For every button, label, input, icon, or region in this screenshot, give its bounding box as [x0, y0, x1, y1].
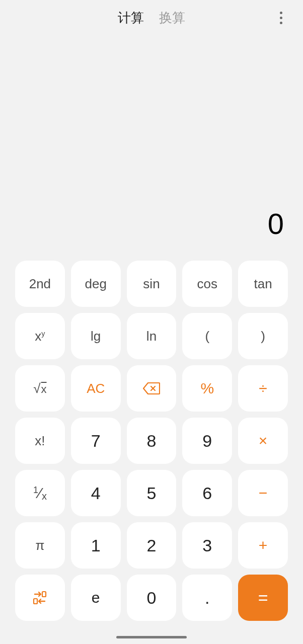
key-plus[interactable]: +	[238, 522, 288, 569]
more-icon	[280, 12, 282, 24]
key-sqrt[interactable]: √x	[15, 365, 65, 412]
key-5[interactable]: 5	[127, 470, 177, 516]
key-percent[interactable]: %	[182, 365, 232, 412]
key-equals[interactable]: =	[238, 575, 288, 621]
key-x-power-y[interactable]: xy	[15, 313, 65, 359]
key-2[interactable]: 2	[127, 522, 177, 569]
display-area: 0	[0, 35, 303, 261]
key-cos[interactable]: cos	[182, 261, 232, 307]
key-backspace[interactable]	[127, 365, 177, 412]
key-dot[interactable]: .	[182, 575, 232, 621]
key-ac[interactable]: AC	[71, 365, 121, 412]
key-multiply[interactable]: ×	[238, 418, 288, 464]
key-switch-mode[interactable]	[15, 575, 65, 621]
reciprocal-label: 1⁄x	[33, 485, 47, 502]
key-lparen[interactable]: (	[182, 313, 232, 359]
key-divide[interactable]: ÷	[238, 365, 288, 412]
header: 计算 换算	[0, 0, 303, 35]
key-7[interactable]: 7	[71, 418, 121, 464]
key-4[interactable]: 4	[71, 470, 121, 516]
key-deg[interactable]: deg	[71, 261, 121, 307]
nav-home-pill[interactable]	[116, 636, 187, 638]
key-minus[interactable]: −	[238, 470, 288, 516]
key-lg[interactable]: lg	[71, 313, 121, 359]
switch-mode-icon	[32, 590, 47, 605]
key-3[interactable]: 3	[182, 522, 232, 569]
key-8[interactable]: 8	[127, 418, 177, 464]
tabs: 计算 换算	[0, 9, 303, 27]
key-ln[interactable]: ln	[127, 313, 177, 359]
key-9[interactable]: 9	[182, 418, 232, 464]
key-tan[interactable]: tan	[238, 261, 288, 307]
key-factorial[interactable]: x!	[15, 418, 65, 464]
display-value: 0	[268, 207, 284, 240]
more-menu-button[interactable]	[271, 0, 291, 35]
nav-bar	[0, 630, 303, 644]
key-1[interactable]: 1	[71, 522, 121, 569]
key-rparen[interactable]: )	[238, 313, 288, 359]
key-6[interactable]: 6	[182, 470, 232, 516]
backspace-icon	[143, 382, 160, 395]
key-0[interactable]: 0	[127, 575, 177, 621]
svg-rect-2	[42, 592, 46, 597]
key-e[interactable]: e	[71, 575, 121, 621]
sqrt-label: √x	[33, 381, 46, 396]
svg-rect-3	[34, 599, 37, 604]
key-reciprocal[interactable]: 1⁄x	[15, 470, 65, 516]
key-xy-label: xy	[35, 329, 45, 344]
key-pi[interactable]: π	[15, 522, 65, 569]
key-2nd[interactable]: 2nd	[15, 261, 65, 307]
tab-calculator[interactable]: 计算	[118, 9, 144, 27]
keypad: 2nd deg sin cos tan xy lg ln ( ) √x AC %…	[0, 261, 303, 630]
tab-convert[interactable]: 换算	[159, 9, 185, 27]
key-sin[interactable]: sin	[127, 261, 177, 307]
